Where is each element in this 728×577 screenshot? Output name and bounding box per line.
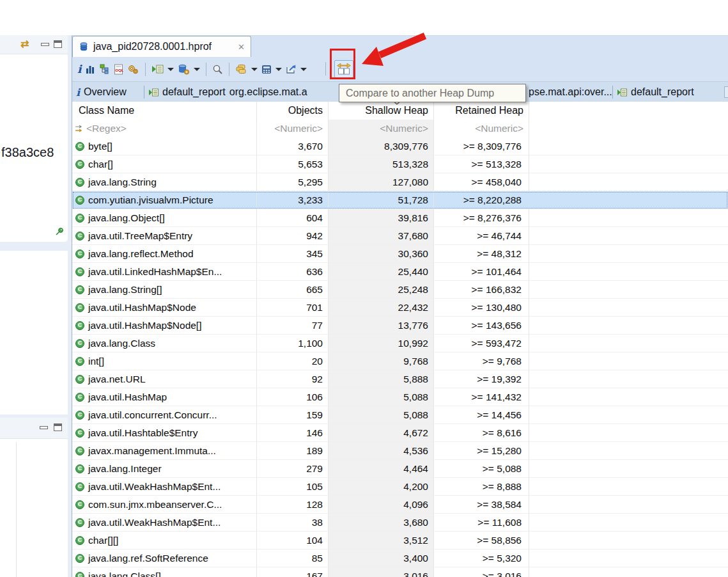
retained-heap-value: >= 48,312 bbox=[433, 245, 529, 262]
group-objects-icon[interactable] bbox=[235, 61, 247, 77]
table-row[interactable]: C char[] 5,653 513,328 >= 513,328 bbox=[72, 155, 728, 173]
tab-truncated-report[interactable]: pse.mat.api:over... bbox=[529, 82, 612, 102]
table-row[interactable]: C java.net.URL 92 5,888 >= 19,392 bbox=[72, 370, 728, 388]
table-row[interactable]: C java.lang.Object[] 604 39,816 >= 8,276… bbox=[72, 209, 728, 227]
pin-icon[interactable] bbox=[55, 227, 64, 236]
dropdown-caret-icon[interactable] bbox=[300, 68, 307, 71]
objects-value: 1,100 bbox=[256, 335, 328, 352]
table-row[interactable]: C java.lang.String[] 665 25,248 >= 166,8… bbox=[72, 281, 728, 299]
column-header-objects[interactable]: Objects bbox=[256, 102, 328, 120]
editor-tab-hprof[interactable]: java_pid20728.0001.hprof ✕ bbox=[72, 36, 251, 57]
table-row[interactable]: C java.util.LinkedHashMap$En... 636 25,4… bbox=[72, 263, 728, 281]
link-with-editor-icon[interactable]: ⇄ bbox=[20, 38, 29, 50]
table-row[interactable]: C java.lang.reflect.Method 345 30,360 >=… bbox=[72, 245, 728, 263]
table-row[interactable]: C java.util.WeakHashMap$Ent... 38 3,680 … bbox=[72, 514, 728, 532]
shallow-heap-value: 4,464 bbox=[328, 460, 433, 477]
objects-value: 146 bbox=[256, 424, 328, 441]
minimize-icon[interactable] bbox=[41, 43, 49, 46]
dropdown-caret-icon[interactable] bbox=[194, 68, 200, 71]
class-name: java.util.WeakHashMap$Ent... bbox=[88, 514, 221, 531]
filter-numeric-input[interactable]: <Numeric> bbox=[256, 120, 328, 138]
table-row[interactable]: C java.lang.Integer 279 4,464 >= 5,088 bbox=[72, 460, 728, 478]
settings-gears-icon[interactable] bbox=[127, 61, 139, 77]
table-row[interactable]: C java.util.HashMap$Node 701 22,432 >= 1… bbox=[72, 299, 728, 317]
close-tab-icon[interactable]: ✕ bbox=[238, 42, 245, 52]
class-icon: C bbox=[75, 572, 84, 577]
retained-heap-value: >= 38,584 bbox=[433, 496, 529, 513]
class-icon: C bbox=[75, 482, 84, 491]
maximize-icon[interactable] bbox=[54, 423, 62, 431]
filter-numeric-input[interactable]: <Numeric> bbox=[433, 120, 529, 138]
class-icon: C bbox=[75, 285, 84, 294]
class-name: java.net.URL bbox=[88, 370, 146, 388]
dropdown-caret-icon[interactable] bbox=[251, 68, 258, 71]
table-row[interactable]: C java.util.WeakHashMap$Ent... 105 4,200… bbox=[72, 478, 728, 496]
objects-value: 5,653 bbox=[256, 155, 328, 173]
table-row[interactable]: C java.util.HashMap$Node[] 77 13,776 >= … bbox=[72, 317, 728, 335]
class-icon: C bbox=[75, 518, 84, 527]
shallow-heap-value: 5,888 bbox=[328, 370, 433, 388]
column-header-shallow-heap[interactable]: Shallow Heap bbox=[328, 102, 433, 120]
acquire-heap-dump-icon[interactable] bbox=[178, 61, 190, 77]
objects-value: 159 bbox=[256, 406, 328, 423]
dominator-tree-icon[interactable] bbox=[99, 61, 110, 77]
export-icon[interactable] bbox=[286, 61, 297, 77]
class-icon: C bbox=[75, 554, 84, 563]
retained-heap-value: >= 141,432 bbox=[433, 388, 529, 406]
table-row[interactable]: C java.lang.Class 1,100 10,992 >= 593,47… bbox=[72, 335, 728, 352]
class-name: java.util.LinkedHashMap$En... bbox=[88, 263, 222, 280]
histogram-icon[interactable] bbox=[85, 61, 95, 77]
tab-label: Overview bbox=[84, 86, 127, 98]
run-expert-report-icon[interactable] bbox=[151, 61, 164, 77]
calculator-icon[interactable] bbox=[261, 61, 272, 77]
editor-tab-title: java_pid20728.0001.hprof bbox=[93, 41, 212, 52]
tooltip-text: Compare to another Heap Dump bbox=[346, 88, 494, 99]
table-row[interactable]: C java.lang.String 5,295 127,080 >= 458,… bbox=[72, 173, 728, 191]
search-icon[interactable] bbox=[212, 61, 223, 77]
sidebar-panel1-toolbar: ⇄ bbox=[0, 35, 68, 54]
retained-heap-value: >= 5,088 bbox=[433, 460, 529, 477]
dropdown-caret-icon[interactable] bbox=[167, 68, 174, 71]
oql-icon[interactable]: OQL bbox=[114, 61, 123, 77]
table-row[interactable]: C byte[] 3,670 8,309,776 >= 8,309,776 bbox=[72, 138, 728, 155]
table-row[interactable]: C com.yutian.jvisualvm.Picture 3,233 51,… bbox=[72, 191, 728, 209]
table-row[interactable]: C java.util.Hashtable$Entry 146 4,672 >=… bbox=[72, 424, 728, 442]
table-row[interactable]: C java.lang.ref.SoftReference 85 3,400 >… bbox=[72, 549, 728, 567]
shallow-heap-value: 5,088 bbox=[328, 406, 433, 423]
shallow-heap-value: 4,672 bbox=[328, 424, 433, 441]
filter-numeric-input[interactable]: <Numeric> bbox=[328, 120, 433, 138]
class-name: java.lang.String bbox=[88, 173, 157, 191]
dropdown-caret-icon[interactable] bbox=[275, 68, 282, 71]
tab-default-report-1[interactable]: default_report org.eclipse.mat.a bbox=[149, 82, 307, 102]
retained-heap-value: >= 8,616 bbox=[433, 424, 529, 441]
class-name: int[] bbox=[88, 352, 104, 370]
retained-heap-value: >= 8,220,288 bbox=[433, 191, 529, 209]
table-row[interactable]: C java.util.TreeMap$Entry 942 37,680 >= … bbox=[72, 227, 728, 245]
filter-regex-input[interactable]: <Regex> bbox=[72, 120, 256, 138]
table-row[interactable]: C java.util.HashMap 106 5,088 >= 141,432 bbox=[72, 388, 728, 406]
column-header-class-name[interactable]: Class Name bbox=[72, 102, 256, 120]
table-row[interactable]: C com.sun.jmx.mbeanserver.C... 128 4,096… bbox=[72, 496, 728, 514]
shallow-heap-value: 4,536 bbox=[328, 442, 433, 459]
class-icon: C bbox=[75, 357, 84, 366]
objects-value: 942 bbox=[256, 227, 328, 244]
tab-overview[interactable]: i Overview bbox=[76, 82, 127, 102]
app-window: ⇄ f38a3ce8 bbox=[0, 0, 728, 577]
class-name: java.lang.ref.SoftReference bbox=[88, 549, 208, 567]
info-icon[interactable]: i bbox=[77, 61, 81, 77]
maximize-icon[interactable] bbox=[54, 40, 62, 48]
tab-separator bbox=[144, 86, 144, 99]
objects-value: 104 bbox=[256, 532, 328, 549]
column-header-retained-heap[interactable]: Retained Heap bbox=[433, 102, 529, 120]
minimize-icon[interactable] bbox=[40, 426, 48, 429]
table-row[interactable]: C char[][] 104 3,512 >= 58,856 bbox=[72, 532, 728, 549]
table-row[interactable]: C java.lang.Class[] 167 3,016 >= 3,016 bbox=[72, 567, 728, 577]
annotation-highlight-box bbox=[330, 49, 355, 79]
objects-value: 92 bbox=[256, 370, 328, 388]
class-name: com.yutian.jvisualvm.Picture bbox=[88, 191, 213, 209]
tab-default-report-2[interactable]: default_report bbox=[617, 82, 694, 102]
shallow-heap-value: 9,768 bbox=[328, 352, 433, 370]
table-row[interactable]: C int[] 20 9,768 >= 9,768 bbox=[72, 352, 728, 370]
table-row[interactable]: C java.util.concurrent.Concurr... 159 5,… bbox=[72, 406, 728, 424]
table-row[interactable]: C javax.management.Immuta... 189 4,536 >… bbox=[72, 442, 728, 460]
